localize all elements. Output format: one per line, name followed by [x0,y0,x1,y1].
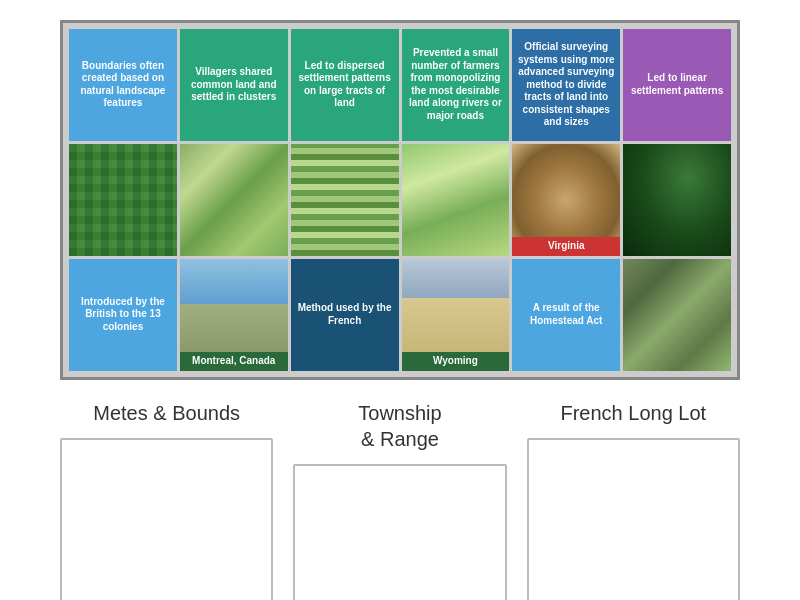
card-2-1[interactable]: Montreal, Canada [180,259,288,371]
card-0-5[interactable]: Led to linear settlement patterns [623,29,731,141]
card-1-4[interactable]: Virginia [512,144,620,256]
category-french-long-lot: French Long Lot [527,400,740,600]
card-text: Led to dispersed settlement patterns on … [296,60,394,110]
card-2-0[interactable]: Introduced by the British to the 13 colo… [69,259,177,371]
category-metes-bounds: Metes & Bounds [60,400,273,600]
card-2-3[interactable]: Wyoming [402,259,510,371]
card-image [623,144,731,256]
category-title-french-long-lot: French Long Lot [560,400,706,426]
card-1-3[interactable] [402,144,510,256]
card-1-5[interactable] [623,144,731,256]
card-text: Prevented a small number of farmers from… [407,47,505,122]
drop-zone-french-long-lot[interactable] [527,438,740,600]
card-label: Montreal, Canada [180,352,288,371]
card-grid: Boundaries often created based on natura… [60,20,740,380]
card-text: A result of the Homestead Act [517,302,615,327]
card-1-1[interactable] [180,144,288,256]
card-image [180,144,288,256]
card-image [623,259,731,371]
category-title-metes-bounds: Metes & Bounds [93,400,240,426]
main-container: Boundaries often created based on natura… [0,0,800,600]
card-2-4[interactable]: A result of the Homestead Act [512,259,620,371]
category-title-township-range: Township & Range [358,400,441,452]
category-township-range: Township & Range [293,400,506,600]
card-image [402,144,510,256]
card-text: Villagers shared common land and settled… [185,66,283,104]
card-text: Method used by the French [296,302,394,327]
card-1-2[interactable] [291,144,399,256]
card-label: Wyoming [402,352,510,371]
card-image [69,144,177,256]
card-text: Introduced by the British to the 13 colo… [74,296,172,334]
card-0-4[interactable]: Official surveying systems using more ad… [512,29,620,141]
card-0-0[interactable]: Boundaries often created based on natura… [69,29,177,141]
card-text: Boundaries often created based on natura… [74,60,172,110]
card-0-2[interactable]: Led to dispersed settlement patterns on … [291,29,399,141]
card-text: Led to linear settlement patterns [628,72,726,97]
card-0-3[interactable]: Prevented a small number of farmers from… [402,29,510,141]
card-1-0[interactable] [69,144,177,256]
card-label: Virginia [512,237,620,256]
drop-zone-metes-bounds[interactable] [60,438,273,600]
bottom-section: Metes & BoundsTownship & RangeFrench Lon… [60,400,740,600]
drop-zone-township-range[interactable] [293,464,506,600]
card-text: Official surveying systems using more ad… [517,41,615,129]
card-image [291,144,399,256]
card-0-1[interactable]: Villagers shared common land and settled… [180,29,288,141]
card-2-5[interactable] [623,259,731,371]
card-2-2[interactable]: Method used by the French [291,259,399,371]
